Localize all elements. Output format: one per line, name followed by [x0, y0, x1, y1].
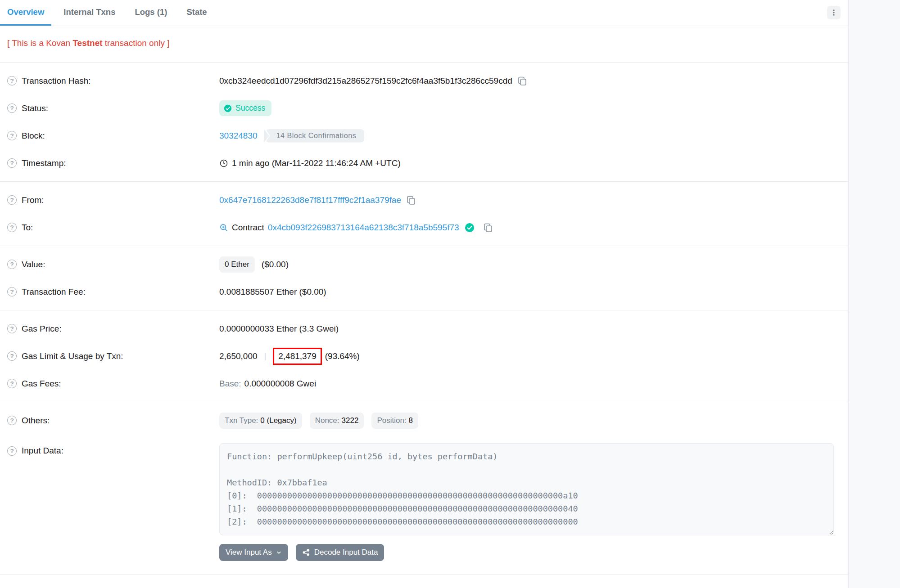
help-icon: ?: [7, 131, 17, 140]
transaction-details-card: Overview Internal Txns Logs (1) State [ …: [0, 0, 849, 588]
tab-bar: Overview Internal Txns Logs (1) State: [0, 0, 848, 26]
row-gas-price: ? Gas Price: 0.0000000033 Ether (3.3 Gwe…: [0, 315, 848, 342]
gas-limit-label: ? Gas Limit & Usage by Txn:: [7, 351, 219, 361]
row-transaction-fee: ? Transaction Fee: 0.0081885507 Ether ($…: [0, 278, 848, 305]
section-gas: ? Gas Price: 0.0000000033 Ether (3.3 Gwe…: [0, 310, 848, 402]
to-type-text: Contract: [232, 223, 264, 233]
from-label: ? From:: [7, 195, 219, 205]
label-text: Gas Fees:: [22, 379, 61, 389]
value-label: ? Value:: [7, 260, 219, 269]
verified-check-icon: [465, 223, 475, 233]
section-overview-top: ? Transaction Hash: 0xcb324eedcd1d07296f…: [0, 63, 848, 182]
gas-limit-value: 2,650,000: [219, 351, 258, 361]
status-text: Success: [235, 103, 265, 113]
row-transaction-hash: ? Transaction Hash: 0xcb324eedcd1d07296f…: [0, 67, 848, 94]
warning-prefix: [ This is a Kovan: [7, 38, 72, 48]
transaction-hash-label: ? Transaction Hash:: [7, 76, 219, 86]
help-icon: ?: [7, 446, 17, 456]
row-others: ? Others: Txn Type: 0 (Legacy) Nonce: 32…: [0, 407, 848, 434]
copy-icon[interactable]: [406, 195, 416, 206]
tab-state[interactable]: State: [179, 0, 214, 26]
block-confirmations-badge: 14 Block Confirmations: [264, 129, 365, 143]
input-data-buttons: View Input As: [219, 544, 834, 561]
warning-bold: Testnet: [72, 38, 102, 48]
label-text: Transaction Fee:: [22, 287, 86, 297]
timestamp-value: 1 min ago (Mar-11-2022 11:46:24 AM +UTC): [232, 158, 401, 168]
help-icon: ?: [7, 260, 17, 269]
section-value: ? Value: 0 Ether ($0.00) ? Transaction F…: [0, 246, 848, 310]
others-label: ? Others:: [7, 416, 219, 426]
label-text: To:: [22, 223, 33, 233]
help-icon: ?: [7, 351, 17, 361]
badge-name: Txn Type:: [225, 416, 258, 425]
input-data-textarea[interactable]: Function: performUpkeep(uint256 id, byte…: [219, 443, 834, 535]
block-confirmations-text: 14 Block Confirmations: [266, 129, 365, 143]
help-icon: ?: [7, 223, 17, 232]
help-icon: ?: [7, 103, 17, 113]
input-data-area: Function: performUpkeep(uint256 id, byte…: [219, 443, 834, 561]
label-text: Block:: [22, 131, 45, 141]
badge-value: 0 (Legacy): [260, 416, 296, 425]
input-data-label: ? Input Data:: [7, 443, 219, 456]
to-label: ? To:: [7, 223, 219, 233]
gas-price-value: 0.0000000033 Ether (3.3 Gwei): [219, 324, 339, 334]
transaction-fee-label: ? Transaction Fee:: [7, 287, 219, 297]
to-address-link[interactable]: 0x4cb093f226983713164a62138c3f718a5b595f…: [268, 223, 459, 233]
from-address-link[interactable]: 0x647e7168122263d8e7f81f17fff9c2f1aa379f…: [219, 195, 401, 205]
usd-value-text: ($0.00): [262, 260, 289, 269]
block-number-link[interactable]: 30324830: [219, 131, 258, 141]
help-icon: ?: [7, 158, 17, 168]
transaction-hash-value: 0xcb324eedcd1d07296fdf3d215a2865275f159c…: [219, 76, 512, 86]
label-text: Others:: [22, 416, 50, 426]
kebab-icon: [829, 8, 838, 17]
help-icon: ?: [7, 416, 17, 425]
help-icon: ?: [7, 324, 17, 333]
row-status: ? Status: Success: [0, 94, 848, 122]
button-label: View Input As: [226, 548, 272, 557]
label-text: Status:: [22, 103, 48, 113]
button-label: Decode Input Data: [314, 548, 378, 557]
gas-fees-label: ? Gas Fees:: [7, 379, 219, 389]
label-text: Value:: [22, 260, 45, 269]
view-input-as-button[interactable]: View Input As: [219, 544, 288, 561]
label-text: Input Data:: [22, 446, 63, 456]
copy-icon[interactable]: [483, 222, 493, 233]
help-icon: ?: [7, 287, 17, 296]
pipe-separator: |: [264, 351, 267, 361]
status-badge: Success: [219, 100, 271, 116]
ether-value-badge: 0 Ether: [219, 256, 255, 273]
row-value: ? Value: 0 Ether ($0.00): [0, 251, 848, 278]
more-options-button[interactable]: [827, 6, 841, 19]
status-label: ? Status:: [7, 103, 219, 113]
zoom-in-icon: [219, 223, 228, 232]
badge-name: Nonce:: [315, 416, 339, 425]
row-input-data: ? Input Data: Function: performUpkeep(ui…: [0, 438, 848, 561]
label-text: Gas Price:: [22, 324, 62, 334]
clock-icon: [219, 159, 228, 168]
section-addresses: ? From: 0x647e7168122263d8e7f81f17fff9c2…: [0, 182, 848, 246]
badge-value: 8: [409, 416, 413, 425]
decode-icon: [302, 548, 310, 557]
tab-internal-txns[interactable]: Internal Txns: [56, 0, 122, 26]
row-gas-fees: ? Gas Fees: Base: 0.000000008 Gwei: [0, 370, 848, 397]
base-fee-label: Base:: [219, 379, 241, 389]
gas-price-label: ? Gas Price:: [7, 324, 219, 334]
row-block: ? Block: 30324830 14 Block Confirmations: [0, 122, 848, 149]
timestamp-label: ? Timestamp:: [7, 158, 219, 168]
help-icon: ?: [7, 379, 17, 388]
transaction-fee-value: 0.0081885507 Ether ($0.00): [219, 287, 326, 297]
decode-input-data-button[interactable]: Decode Input Data: [296, 544, 384, 561]
badge-value: 3222: [342, 416, 359, 425]
tab-logs[interactable]: Logs (1): [127, 0, 174, 26]
section-others-input: ? Others: Txn Type: 0 (Legacy) Nonce: 32…: [0, 402, 848, 575]
row-timestamp: ? Timestamp: 1 min ago (Mar-11-2022 11:4…: [0, 149, 848, 177]
chevron-down-icon: [276, 550, 282, 556]
tab-overview[interactable]: Overview: [0, 0, 51, 26]
row-to: ? To: Contract 0x4cb093f226983713164a621…: [0, 214, 848, 241]
testnet-warning: [ This is a Kovan Testnet transaction on…: [0, 26, 848, 63]
base-fee-value: 0.000000008 Gwei: [244, 379, 317, 389]
help-icon: ?: [7, 76, 17, 85]
label-text: Transaction Hash:: [22, 76, 90, 86]
copy-icon[interactable]: [517, 76, 528, 86]
label-text: Timestamp:: [22, 158, 66, 168]
